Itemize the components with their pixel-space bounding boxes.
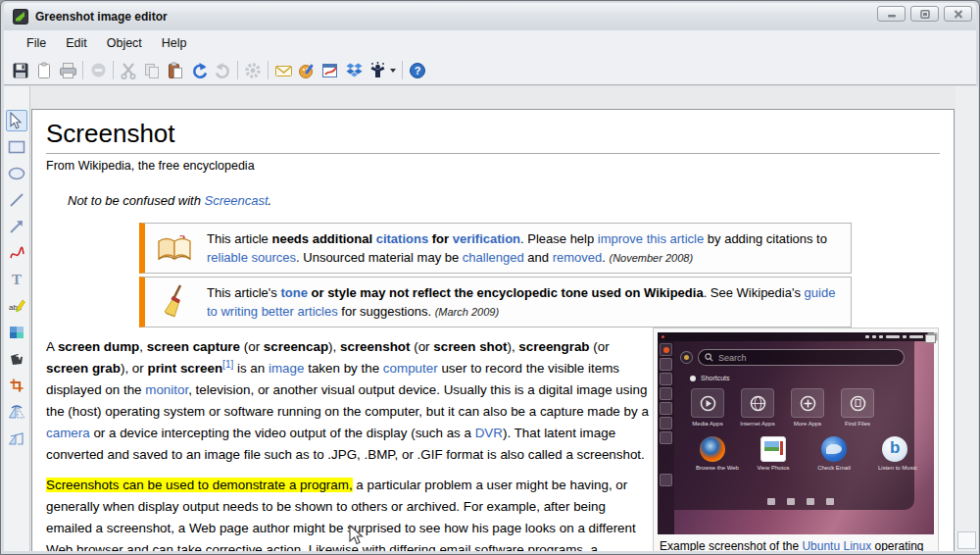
toolbar-separator [82, 61, 83, 79]
text-segment: This article's [207, 285, 280, 300]
article-notices: ? This article needs additional citation… [139, 223, 852, 328]
editor-canvas[interactable]: Screenshot From Wikipedia, the free ency… [30, 86, 978, 551]
crop-tool[interactable] [6, 375, 27, 396]
tile-internet-apps: Internet Apps [740, 388, 775, 427]
ubuntu-thumbnail[interactable]: Search Shortcuts Media Apps [653, 328, 939, 551]
wiki-link[interactable]: improve this article [598, 231, 704, 246]
text-segment: or style may not reflect the encyclopedi… [308, 285, 704, 300]
open-in-editor-icon[interactable] [318, 59, 342, 82]
maximize-button[interactable] [910, 6, 939, 22]
rectangle-tool[interactable] [6, 136, 27, 158]
text-segment: (or [590, 339, 610, 354]
toolbar-separator [237, 61, 238, 79]
text-segment: ), [328, 339, 340, 354]
effects-tool[interactable] [6, 348, 27, 370]
text-tool[interactable]: T [6, 269, 27, 290]
shortcuts-row: Shortcuts [690, 375, 914, 381]
find-files-icon [850, 395, 866, 412]
toolbar-separator [268, 61, 269, 79]
text-segment: (or [240, 339, 264, 354]
ubuntu-logo-icon [660, 343, 672, 356]
paragraph-2: Screenshots can be used to demonstrate a… [46, 475, 650, 551]
help-icon[interactable]: ? [406, 59, 429, 82]
menu-object[interactable]: Object [97, 32, 152, 54]
undo-icon[interactable] [187, 59, 211, 82]
wiki-link[interactable]: verification [453, 231, 520, 246]
open-in-paint-icon[interactable] [295, 59, 318, 82]
redo-icon[interactable] [211, 59, 234, 82]
menu-file[interactable]: File [17, 32, 56, 54]
dropbox-icon[interactable] [342, 59, 366, 82]
wiki-link[interactable]: monitor [145, 382, 188, 397]
text-segment: print screen [147, 361, 222, 376]
wiki-link[interactable]: Screencast [204, 193, 268, 208]
text-segment: taken by the [304, 361, 382, 376]
text-segment: . [269, 193, 272, 208]
shortcuts-icon [690, 376, 696, 381]
dropdown-arrow-icon[interactable] [390, 69, 396, 73]
paste-icon[interactable] [164, 59, 187, 82]
print-icon[interactable] [56, 59, 79, 82]
wiki-link[interactable]: camera [46, 426, 90, 440]
wiki-link[interactable]: citations [376, 231, 428, 246]
wiki-link[interactable]: reliable sources [207, 250, 296, 265]
enlarge-icon[interactable] [925, 334, 936, 343]
hatnote: Not to be confused with Screencast. [68, 193, 940, 208]
text-segment: (or [410, 339, 433, 354]
internet-apps-icon [750, 395, 766, 412]
titlebar[interactable]: Greenshot image editor [4, 3, 976, 30]
menu-edit[interactable]: Edit [56, 32, 97, 54]
tile-more-apps: More Apps [790, 388, 825, 427]
close-button[interactable] [944, 6, 972, 22]
ubuntu-topbar [658, 332, 934, 341]
thumbnail-caption: Example screenshot of the Ubuntu Linux o… [658, 534, 934, 551]
copy-icon[interactable] [140, 59, 164, 82]
cut-icon[interactable] [117, 59, 140, 82]
upload-plugin-icon[interactable] [366, 59, 389, 82]
settings-icon[interactable] [241, 59, 265, 82]
music-icon [826, 498, 834, 505]
wiki-link[interactable]: computer [383, 361, 438, 376]
app-photos: View Photos [757, 436, 790, 471]
wiki-link[interactable]: Ubuntu Linux [802, 539, 871, 551]
media-apps-icon [700, 395, 716, 412]
text-segment: screen capture [147, 339, 240, 354]
highlight-tool[interactable]: abc [6, 295, 27, 317]
line-tool[interactable] [6, 189, 27, 211]
scrollbar-corner[interactable] [957, 531, 976, 549]
dash-search-field: Search [698, 349, 905, 366]
wiki-link[interactable]: removed [553, 250, 603, 265]
firefox-icon [700, 436, 725, 462]
obfuscate-tool[interactable] [6, 322, 27, 343]
wiki-link[interactable]: challenged [463, 250, 524, 265]
text-segment: . See Wikipedia's [704, 285, 805, 300]
rotate-ccw-tool[interactable] [6, 401, 27, 423]
rotate-cw-tool[interactable] [6, 428, 27, 449]
wiki-link[interactable]: [1] [222, 359, 233, 370]
wiki-link[interactable]: tone [280, 285, 307, 300]
copy-to-clipboard-icon[interactable] [32, 59, 56, 82]
ellipse-tool[interactable] [6, 163, 27, 184]
book-question-icon: ? [154, 231, 197, 265]
wiki-link[interactable]: DVR [475, 426, 503, 440]
minimize-button[interactable] [877, 6, 906, 22]
citations-notice: ? This article needs additional citation… [139, 223, 852, 274]
wiki-link[interactable]: image [269, 361, 304, 376]
wiki-link[interactable]: Screenshots can be used to demonstrate a… [46, 478, 353, 492]
text-segment: screencap [264, 339, 328, 354]
vertical-scrollbar[interactable] [956, 86, 978, 551]
email-icon[interactable] [271, 59, 295, 82]
cursor-tool[interactable] [6, 110, 27, 131]
svg-text:?: ? [415, 65, 421, 76]
freehand-tool[interactable] [6, 242, 27, 264]
menu-help[interactable]: Help [152, 32, 197, 54]
save-icon[interactable] [9, 59, 32, 82]
banshee-icon [882, 436, 907, 462]
arrow-tool[interactable] [6, 216, 27, 237]
dash-apps: Browse the Web View Photos Check Email [696, 436, 914, 471]
text-segment: (November 2008) [609, 252, 693, 264]
delete-icon[interactable] [86, 59, 110, 82]
ubuntu-dash-panel: Search Shortcuts Media Apps [674, 341, 914, 510]
text-segment: screen dump [58, 339, 139, 354]
ubuntu-status-icons [865, 335, 930, 338]
